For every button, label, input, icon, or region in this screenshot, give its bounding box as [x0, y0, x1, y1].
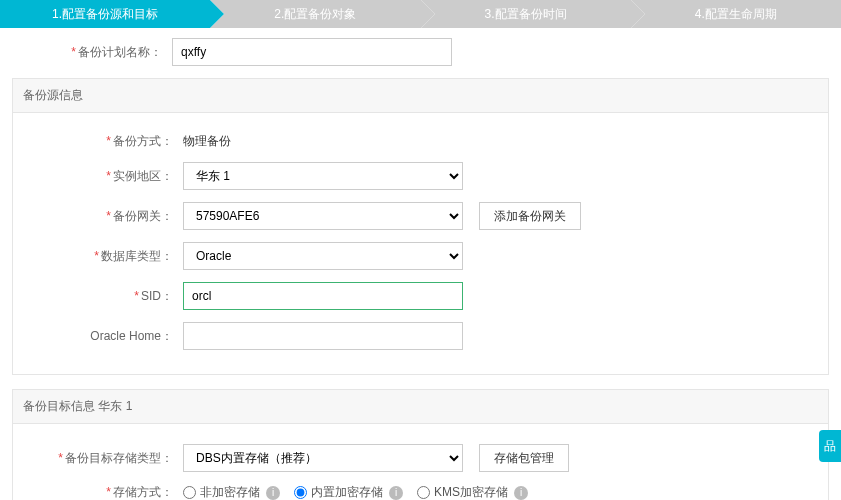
step-1[interactable]: 1.配置备份源和目标	[0, 0, 210, 28]
oracle-home-label: Oracle Home：	[23, 328, 183, 345]
plan-name-label: *备份计划名称：	[12, 44, 172, 61]
source-panel-title: 备份源信息	[13, 79, 828, 113]
oracle-home-input[interactable]	[183, 322, 463, 350]
step-4[interactable]: 4.配置生命周期	[631, 0, 841, 28]
dbtype-select[interactable]: Oracle	[183, 242, 463, 270]
radio-non-encrypt[interactable]: 非加密存储i	[183, 484, 280, 500]
radio-builtin-encrypt[interactable]: 内置加密存储i	[294, 484, 403, 500]
info-icon[interactable]: i	[266, 486, 280, 500]
storage-type-select[interactable]: DBS内置存储（推荐）	[183, 444, 463, 472]
radio-kms-encrypt[interactable]: KMS加密存储i	[417, 484, 528, 500]
source-panel: 备份源信息 *备份方式： 物理备份 *实例地区： 华东 1 *备份网关： 575…	[12, 78, 829, 375]
sid-label: *SID：	[23, 288, 183, 305]
plan-name-input[interactable]	[172, 38, 452, 66]
dbtype-label: *数据库类型：	[23, 248, 183, 265]
target-panel-title: 备份目标信息 华东 1	[13, 390, 828, 424]
add-gateway-button[interactable]: 添加备份网关	[479, 202, 581, 230]
storage-type-label: *备份目标存储类型：	[23, 450, 183, 467]
region-select[interactable]: 华东 1	[183, 162, 463, 190]
sid-input[interactable]	[183, 282, 463, 310]
gateway-select[interactable]: 57590AFE6	[183, 202, 463, 230]
step-indicator: 1.配置备份源和目标 2.配置备份对象 3.配置备份时间 4.配置生命周期	[0, 0, 841, 28]
target-panel: 备份目标信息 华东 1 *备份目标存储类型： DBS内置存储（推荐） 存储包管理…	[12, 389, 829, 500]
info-icon[interactable]: i	[389, 486, 403, 500]
backup-mode-label: *备份方式：	[23, 133, 183, 150]
storage-mode-label: *存储方式：	[23, 484, 183, 500]
info-icon[interactable]: i	[514, 486, 528, 500]
step-2[interactable]: 2.配置备份对象	[210, 0, 420, 28]
gateway-label: *备份网关：	[23, 208, 183, 225]
step-3[interactable]: 3.配置备份时间	[421, 0, 631, 28]
storage-manage-button[interactable]: 存储包管理	[479, 444, 569, 472]
side-tag[interactable]: 品	[819, 430, 841, 462]
backup-mode-value: 物理备份	[183, 133, 231, 150]
region-label: *实例地区：	[23, 168, 183, 185]
